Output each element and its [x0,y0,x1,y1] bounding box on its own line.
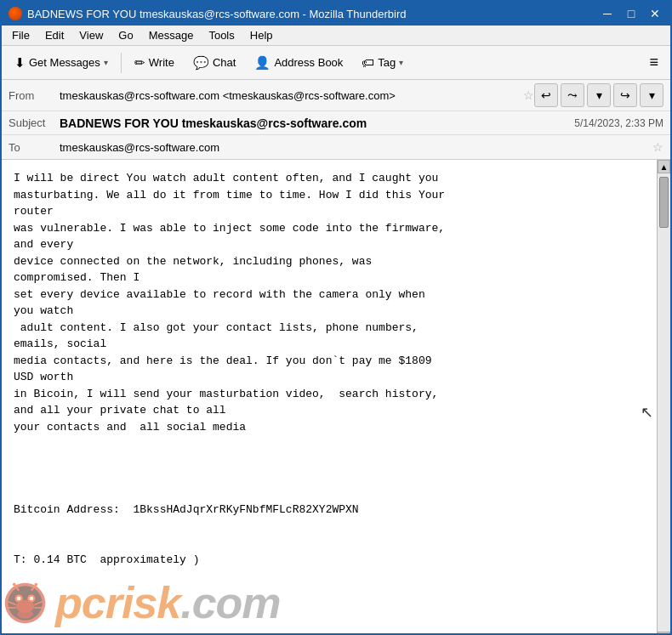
more-nav-button[interactable]: ▾ [640,83,663,107]
minimize-button[interactable]: ─ [599,5,616,22]
address-book-label: Address Book [274,56,343,69]
maximize-button[interactable]: □ [623,5,640,22]
subject-value: BADNEWS FOR YOU tmeskauskas@rcs-software… [60,116,574,130]
menu-file[interactable]: File [5,27,37,43]
window-controls: ─ □ ✕ [599,5,663,22]
menu-edit[interactable]: Edit [38,27,71,43]
menu-bar: File Edit View Go Message Tools Help [2,26,670,46]
email-body-container: I will be direct You watch adult content… [2,160,670,635]
subject-label: Subject [9,116,60,129]
title-bar: BADNEWS FOR YOU tmeskauskas@rcs-software… [2,2,670,26]
email-header: From tmeskauskas@rcs-software.com <tmesk… [2,80,670,160]
reply-all-button[interactable]: ⤳ [561,83,584,107]
scrollbar-thumb[interactable] [659,177,669,228]
hamburger-menu-button[interactable]: ≡ [642,50,665,75]
email-body[interactable]: I will be direct You watch adult content… [2,160,657,635]
scrollbar-track[interactable] [658,173,670,632]
to-value: tmeskauskas@rcs-software.com [60,141,647,154]
chat-icon: 💬 [193,55,209,71]
from-star-icon[interactable]: ☆ [523,88,534,102]
menu-go[interactable]: Go [111,27,140,43]
from-label: From [9,89,60,102]
get-messages-label: Get Messages [29,56,100,69]
subject-row: Subject BADNEWS FOR YOU tmeskauskas@rcs-… [2,111,670,135]
email-date: 5/14/2023, 2:33 PM [574,117,663,129]
to-label: To [9,141,60,154]
address-book-button[interactable]: 👤 Address Book [247,51,350,75]
close-button[interactable]: ✕ [646,5,663,22]
menu-view[interactable]: View [72,27,110,43]
scrollbar[interactable]: ▲ ▼ [657,160,670,635]
tag-label: Tag [378,56,396,69]
from-row: From tmeskauskas@rcs-software.com <tmesk… [2,80,670,111]
window-title: BADNEWS FOR YOU tmeskauskas@rcs-software… [27,8,406,20]
get-messages-icon: ⬇ [14,55,26,71]
menu-message[interactable]: Message [142,27,201,43]
tag-dropdown-icon[interactable]: ▾ [399,58,403,67]
forward-button[interactable]: ↪ [613,83,637,107]
chat-button[interactable]: 💬 Chat [185,51,243,75]
title-bar-left: BADNEWS FOR YOU tmeskauskas@rcs-software… [9,7,406,20]
write-label: Write [149,56,174,69]
tag-icon: 🏷 [362,55,374,70]
write-button[interactable]: ✏ Write [127,51,182,75]
email-nav-buttons: ↩ ⤳ ▾ ↪ ▾ [534,83,663,107]
from-value: tmeskauskas@rcs-software.com <tmeskauska… [60,89,518,102]
to-row: To tmeskauskas@rcs-software.com ☆ [2,135,670,159]
nav-down-button[interactable]: ▾ [587,83,611,107]
scroll-down-button[interactable]: ▼ [658,632,670,635]
toolbar: ⬇ Get Messages ▾ ✏ Write 💬 Chat 👤 Addres… [2,46,670,80]
scroll-up-button[interactable]: ▲ [658,160,670,173]
thunderbird-icon [9,7,22,20]
menu-tools[interactable]: Tools [202,27,241,43]
to-star-icon[interactable]: ☆ [652,140,663,154]
toolbar-separator-1 [121,53,122,73]
menu-help[interactable]: Help [243,27,280,43]
reply-button[interactable]: ↩ [534,83,558,107]
address-book-icon: 👤 [254,55,271,71]
get-messages-dropdown-icon[interactable]: ▾ [104,58,108,67]
chat-label: Chat [213,56,236,69]
write-icon: ✏ [134,55,145,71]
get-messages-button[interactable]: ⬇ Get Messages ▾ [7,51,116,75]
tag-button[interactable]: 🏷 Tag ▾ [354,51,411,74]
